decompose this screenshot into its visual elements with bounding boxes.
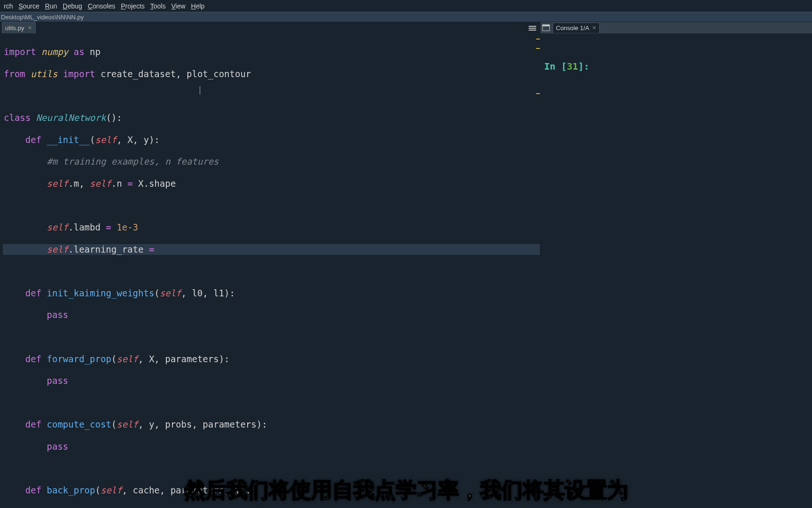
menu-tools[interactable]: Tools [148,1,169,11]
console-icon [542,24,550,31]
close-icon[interactable]: ✕ [592,25,596,31]
editor-pane: utils.py ✕ import numpy as np from utils… [0,22,540,508]
menu-search[interactable]: rch [1,1,16,11]
editor-tabbar: utils.py ✕ [0,22,540,34]
filepath-text: Desktop\ML_videos\NN\NN.py [1,14,84,21]
console-tab[interactable]: Console 1/A ✕ [553,23,600,33]
menu-debug[interactable]: Debug [60,1,85,11]
console-body[interactable]: In [31]: [540,33,812,508]
editor-tab-utils[interactable]: utils.py ✕ [2,22,36,33]
code-area[interactable]: import numpy as np from utils import cre… [3,34,540,508]
hamburger-icon[interactable] [528,24,537,32]
editor-body[interactable]: import numpy as np from utils import cre… [0,34,540,508]
text-caret [200,86,200,95]
menu-run[interactable]: Run [42,1,60,11]
menubar: rch Source Run Debug Consoles Projects T… [0,0,812,12]
filepath-bar: Desktop\ML_videos\NN\NN.py [0,12,812,22]
current-line: self.learning_rate = [3,244,540,255]
console-tabbar: Console 1/A ✕ [540,22,812,33]
console-pane: Console 1/A ✕ In [31]: [540,22,812,508]
close-icon[interactable]: ✕ [27,25,32,31]
menu-help[interactable]: Help [188,1,208,11]
console-tab-label: Console 1/A [556,24,589,32]
menu-consoles[interactable]: Consoles [85,1,118,11]
menu-source[interactable]: Source [16,1,42,11]
menu-view[interactable]: View [168,1,188,11]
menu-projects[interactable]: Projects [118,1,148,11]
editor-minimap-ruler [535,34,540,508]
tab-label: utils.py [5,24,24,32]
